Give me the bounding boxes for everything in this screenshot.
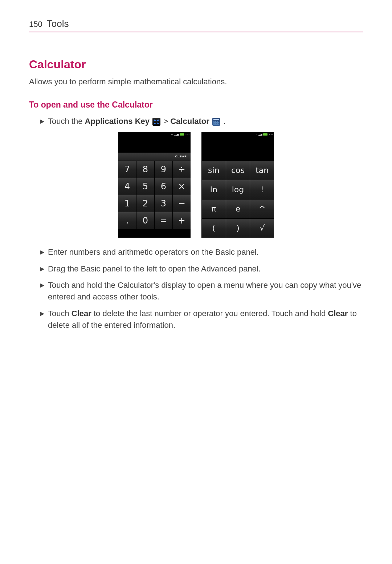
page-title: Calculator <box>29 58 363 71</box>
bullet-enter-numbers: ▶ Enter numbers and arithmetic operators… <box>29 246 363 258</box>
calculator-label: Calculator <box>170 117 209 126</box>
clear-word: Clear <box>328 309 348 318</box>
key-rparen[interactable]: ) <box>226 218 250 238</box>
step-separator: > <box>163 117 170 126</box>
advanced-keypad: sin cos tan ln log ! π e ^ ( ) √ <box>201 161 274 238</box>
status-time: 3:32 <box>185 133 189 136</box>
status-bar: ⟳ ▁▃▅ 3:32 <box>201 132 274 137</box>
triangle-bullet-icon: ▶ <box>40 116 44 127</box>
key-multiply[interactable]: × <box>172 178 191 195</box>
key-8[interactable]: 8 <box>136 161 154 178</box>
key-dot[interactable]: . <box>118 212 136 229</box>
key-e[interactable]: e <box>226 199 250 218</box>
sync-icon: ⟳ <box>171 133 173 136</box>
key-1[interactable]: 1 <box>118 195 136 212</box>
battery-icon <box>180 133 184 136</box>
screenshot-row: ⟳ ▁▃▅ 3:32 CLEAR 7 8 9 ÷ 4 5 6 × 1 2 3 <box>29 132 363 238</box>
key-plus[interactable]: + <box>172 212 191 229</box>
battery-icon <box>263 133 268 136</box>
intro-text: Allows you to perform simple mathematica… <box>29 76 363 88</box>
key-9[interactable]: 9 <box>154 161 172 178</box>
signal-icon: ▁▃▅ <box>174 133 179 136</box>
key-tan[interactable]: tan <box>250 161 274 180</box>
status-bar: ⟳ ▁▃▅ 3:32 <box>118 132 191 137</box>
key-divide[interactable]: ÷ <box>172 161 191 178</box>
section-title: Tools <box>47 18 69 29</box>
key-6[interactable]: 6 <box>154 178 172 195</box>
key-4[interactable]: 4 <box>118 178 136 195</box>
step-open-calculator: ▶ Touch the Applications Key > Calculato… <box>29 116 363 127</box>
key-factorial[interactable]: ! <box>250 180 274 199</box>
triangle-bullet-icon: ▶ <box>40 308 44 331</box>
bullet-text: Drag the Basic panel to the left to open… <box>48 263 363 275</box>
signal-icon: ▁▃▅ <box>258 133 262 136</box>
key-power[interactable]: ^ <box>250 199 274 218</box>
key-0[interactable]: 0 <box>136 212 154 229</box>
calculator-display[interactable] <box>201 137 274 153</box>
key-sin[interactable]: sin <box>201 161 226 180</box>
bullet-text-mid: to delete the last number or operator yo… <box>91 309 328 318</box>
calculator-display[interactable] <box>118 137 191 153</box>
advanced-panel-screenshot: ⟳ ▁▃▅ 3:32 sin cos tan ln log ! π e ^ ( … <box>201 132 274 238</box>
bullet-drag-panel: ▶ Drag the Basic panel to the left to op… <box>29 263 363 275</box>
key-sqrt[interactable]: √ <box>250 218 274 238</box>
calculator-app-icon <box>212 118 220 126</box>
status-time: 3:32 <box>269 133 273 136</box>
triangle-bullet-icon: ▶ <box>40 279 44 303</box>
bullet-text: Touch and hold the Calculator's display … <box>48 279 363 303</box>
step-suffix: . <box>223 117 225 126</box>
key-2[interactable]: 2 <box>136 195 154 212</box>
key-5[interactable]: 5 <box>136 178 154 195</box>
bullet-text: Enter numbers and arithmetic operators o… <box>48 246 363 258</box>
key-equals[interactable]: = <box>154 212 172 229</box>
clear-row: CLEAR <box>118 153 191 161</box>
bullet-text-pre: Touch <box>48 309 72 318</box>
bullet-touch-hold-display: ▶ Touch and hold the Calculator's displa… <box>29 279 363 303</box>
subheading: To open and use the Calculator <box>29 100 363 110</box>
key-ln[interactable]: ln <box>201 180 226 199</box>
basic-keypad: 7 8 9 ÷ 4 5 6 × 1 2 3 − . 0 = + <box>118 161 191 229</box>
triangle-bullet-icon: ▶ <box>40 246 44 258</box>
step-text: Touch the <box>48 117 85 126</box>
bullet-touch-clear: ▶ Touch Clear to delete the last number … <box>29 308 363 331</box>
key-minus[interactable]: − <box>172 195 191 212</box>
key-log[interactable]: log <box>226 180 250 199</box>
key-pi[interactable]: π <box>201 199 226 218</box>
display-gap <box>201 153 274 161</box>
apps-key-label: Applications Key <box>85 117 150 126</box>
key-3[interactable]: 3 <box>154 195 172 212</box>
page-header: 150 Tools <box>29 18 363 32</box>
key-7[interactable]: 7 <box>118 161 136 178</box>
clear-word: Clear <box>72 309 91 318</box>
key-lparen[interactable]: ( <box>201 218 226 238</box>
page-number: 150 <box>29 20 42 29</box>
key-cos[interactable]: cos <box>226 161 250 180</box>
basic-panel-screenshot: ⟳ ▁▃▅ 3:32 CLEAR 7 8 9 ÷ 4 5 6 × 1 2 3 <box>118 132 191 238</box>
applications-key-icon <box>152 118 160 126</box>
clear-button[interactable]: CLEAR <box>171 155 191 158</box>
triangle-bullet-icon: ▶ <box>40 263 44 275</box>
sync-icon: ⟳ <box>255 133 257 136</box>
